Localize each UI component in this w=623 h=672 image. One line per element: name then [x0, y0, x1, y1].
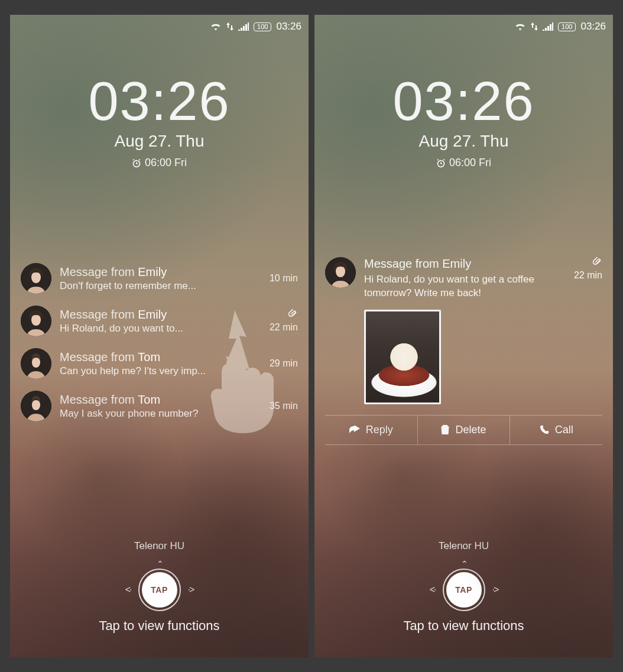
delete-button[interactable]: Delete [417, 415, 510, 444]
clock-alarm: 06:00 Fri [132, 157, 187, 169]
avatar [21, 391, 51, 421]
tap-hint: Tap to view functions [314, 618, 613, 634]
clock-alarm: 06:00 Fri [436, 157, 491, 169]
clock-date: Aug 27. Thu [314, 132, 613, 151]
arrow-left-icon: <· [125, 585, 131, 595]
clock-date: Aug 27. Thu [10, 132, 309, 151]
tap-hint: Tap to view functions [10, 618, 309, 634]
lockscreen-list: 100 03:26 03:26 Aug 27. Thu 06:00 Fri Me… [10, 15, 309, 657]
reply-icon [349, 426, 360, 434]
signal-icon [238, 22, 249, 31]
status-bar: 100 03:26 [514, 15, 613, 38]
alarm-icon [436, 158, 446, 168]
arrow-right-icon: ·> [188, 585, 194, 595]
alarm-label: 06:00 Fri [449, 157, 491, 169]
expanded-notification[interactable]: Message from Emily Hi Roland, do you wan… [325, 257, 602, 445]
carrier-label: Telenor HU [314, 540, 613, 552]
call-button[interactable]: Call [510, 415, 602, 444]
avatar [21, 306, 51, 336]
notification-preview: Don'f forget to remember me... [60, 280, 261, 292]
trash-icon [441, 425, 449, 434]
avatar [21, 263, 51, 294]
reply-button[interactable]: Reply [325, 415, 417, 444]
wifi-icon [210, 22, 222, 31]
arrow-up-icon: ⌃ [10, 559, 309, 569]
lockscreen-expanded: 100 03:26 03:26 Aug 27. Thu 06:00 Fri Me… [314, 15, 613, 657]
attachment-icon [593, 257, 602, 267]
status-bar: 100 03:26 [210, 15, 309, 38]
signal-icon [543, 22, 553, 31]
clock-time: 03:26 [10, 74, 309, 128]
battery-level: 100 [254, 22, 271, 31]
notification-time: 10 min [270, 273, 298, 284]
clock-block: 03:26 Aug 27. Thu 06:00 Fri [10, 74, 309, 170]
attachment-thumbnail[interactable] [364, 310, 441, 404]
phone-icon [540, 425, 549, 434]
battery-level: 100 [558, 22, 576, 31]
clock-time: 03:26 [314, 74, 613, 128]
data-icon [226, 22, 233, 31]
alarm-label: 06:00 Fri [145, 157, 187, 169]
arrow-left-icon: <· [430, 585, 436, 595]
arrow-up-icon: ⌃ [314, 559, 613, 569]
notification-item[interactable]: Message from Emily Don'f forget to remem… [21, 257, 298, 300]
data-icon [531, 22, 538, 31]
tap-button[interactable]: TAP [142, 572, 177, 608]
wifi-icon [514, 22, 526, 31]
avatar [325, 257, 356, 288]
avatar [21, 348, 51, 379]
notification-body: Hi Roland, do you want to get a coffee t… [364, 273, 566, 300]
carrier-label: Telenor HU [10, 540, 309, 552]
notification-actions: Reply Delete Call [325, 415, 602, 445]
clock-block: 03:26 Aug 27. Thu 06:00 Fri [314, 74, 613, 170]
status-time: 03:26 [276, 21, 301, 33]
notification-title: Message from Emily [364, 257, 566, 271]
tap-button[interactable]: TAP [446, 572, 482, 608]
alarm-icon [132, 158, 141, 168]
notification-time: 22 min [574, 270, 602, 281]
tap-gesture-icon [193, 304, 294, 434]
status-time: 03:26 [580, 21, 606, 33]
notification-title: Message from Emily [60, 265, 261, 279]
arrow-right-icon: ·> [492, 585, 498, 595]
